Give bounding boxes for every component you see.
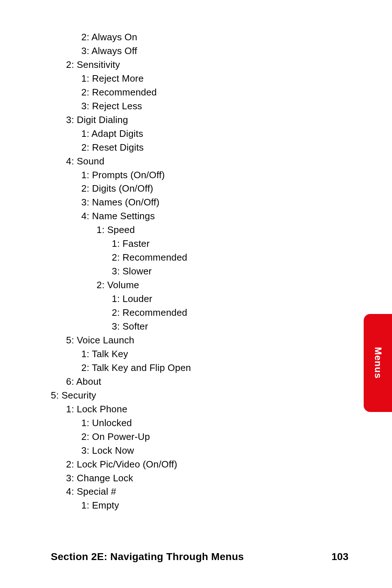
menu-line: 3: Slower [112,265,327,278]
page-footer: Section 2E: Navigating Through Menus 103 [51,551,348,563]
menu-line: 2: Digits (On/Off) [81,182,327,196]
menu-line: 3: Digit Dialing [66,113,327,127]
menu-content: 2: Always On3: Always Off2: Sensitivity1… [51,30,327,513]
menu-line: 5: Voice Launch [66,334,327,347]
menu-line: 2: Always On [81,30,327,44]
menu-line: 3: Softer [112,320,327,334]
side-tab: Menus [364,314,392,412]
menu-line: 2: Lock Pic/Video (On/Off) [66,458,327,471]
menu-line: 1: Speed [97,223,327,237]
footer-page-number: 103 [331,551,348,563]
menu-line: 1: Talk Key [81,347,327,361]
menu-line: 1: Adapt Digits [81,127,327,141]
menu-line: 4: Sound [66,155,327,168]
menu-line: 2: Reset Digits [81,141,327,155]
menu-line: 2: Talk Key and Flip Open [81,361,327,375]
footer-section-title: Section 2E: Navigating Through Menus [51,551,244,563]
menu-line: 1: Empty [81,499,327,513]
menu-line: 3: Reject Less [81,99,327,113]
menu-line: 4: Name Settings [81,209,327,223]
menu-line: 5: Security [51,389,327,403]
menu-line: 6: About [66,375,327,389]
menu-line: 2: On Power-Up [81,430,327,444]
menu-line: 2: Recommended [112,306,327,320]
menu-line: 3: Names (On/Off) [81,196,327,209]
menu-line: 1: Louder [112,292,327,306]
menu-line: 2: Recommended [81,86,327,99]
menu-line: 1: Faster [112,237,327,251]
menu-line: 1: Reject More [81,72,327,86]
menu-line: 4: Special # [66,485,327,499]
menu-line: 2: Recommended [112,251,327,265]
menu-line: 1: Lock Phone [66,403,327,416]
menu-line: 1: Prompts (On/Off) [81,168,327,182]
menu-line: 3: Lock Now [81,444,327,458]
menu-line: 1: Unlocked [81,416,327,430]
menu-line: 3: Always Off [81,44,327,58]
menu-line: 2: Sensitivity [66,58,327,72]
menu-line: 2: Volume [97,278,327,292]
menu-line: 3: Change Lock [66,471,327,485]
side-tab-label: Menus [372,347,384,379]
